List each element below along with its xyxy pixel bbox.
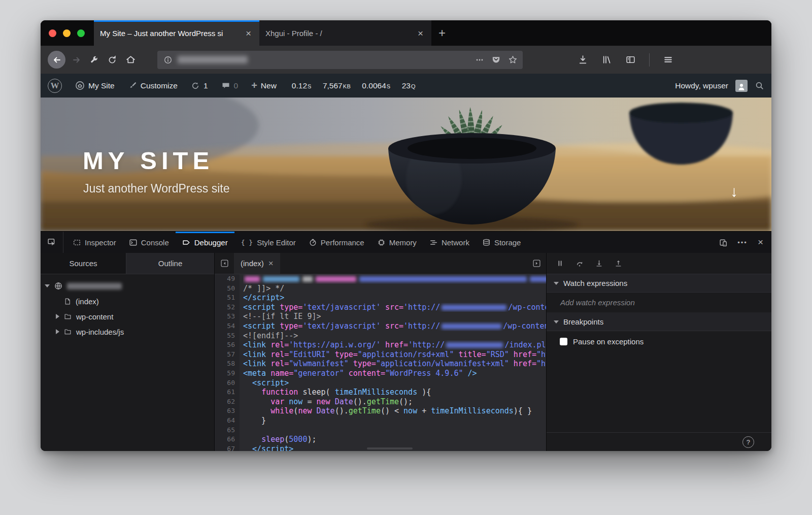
tree-item-wp-includes-js[interactable]: wp-includes/js [41, 324, 214, 339]
page-actions-icon[interactable] [475, 55, 484, 65]
devtools-tab-storage[interactable]: Storage [476, 232, 528, 253]
tab-outline[interactable]: Outline [126, 253, 214, 274]
pocket-icon[interactable] [491, 55, 501, 65]
line-number[interactable]: 55 [215, 331, 240, 341]
qm-stat[interactable]: 7,567KB [323, 81, 351, 90]
devtools-close-icon[interactable]: × [758, 237, 763, 248]
code-line-49[interactable]: 49 [215, 274, 546, 284]
line-number[interactable]: 56 [215, 340, 240, 350]
line-number[interactable]: 52 [215, 303, 240, 312]
line-number[interactable]: 50 [215, 284, 240, 294]
zoom-window-button[interactable] [77, 29, 85, 37]
page-tools-icon[interactable] [89, 55, 99, 65]
reload-button[interactable] [107, 55, 117, 65]
line-number[interactable]: 67 [215, 444, 240, 451]
sidebar-toggle-icon[interactable] [625, 54, 636, 65]
tree-item-wp-content[interactable]: wp-content [41, 309, 214, 324]
code-line-56[interactable]: 56<link rel='https://api.w.org/' href='h… [215, 340, 546, 350]
collapse-left-pane-icon[interactable] [215, 253, 234, 274]
watch-expressions-header[interactable]: Watch expressions [547, 274, 771, 293]
devtools-tab-network[interactable]: Network [423, 232, 476, 253]
help-icon[interactable]: ? [742, 436, 754, 448]
close-window-button[interactable] [49, 29, 56, 37]
step-over-icon[interactable] [576, 260, 583, 267]
pick-element-icon[interactable] [41, 232, 63, 253]
devtools-menu-icon[interactable]: ••• [737, 239, 748, 246]
line-number[interactable]: 62 [215, 397, 240, 407]
library-icon[interactable] [601, 54, 612, 65]
avatar[interactable] [735, 80, 748, 92]
devtools-tab-inspector[interactable]: Inspector [66, 232, 123, 253]
code-line-55[interactable]: 55<![endif]--> [215, 331, 546, 341]
line-number[interactable]: 63 [215, 406, 240, 416]
minimize-window-button[interactable] [63, 29, 71, 37]
breakpoints-header[interactable]: Breakpoints [547, 313, 771, 331]
code-line-65[interactable]: 65 [215, 426, 546, 435]
line-number[interactable]: 66 [215, 435, 240, 444]
admin-new[interactable]: + New [251, 80, 277, 91]
wp-logo-menu[interactable]: W [48, 79, 62, 93]
back-button[interactable] [48, 51, 65, 69]
pause-on-exceptions-row[interactable]: Pause on exceptions [547, 331, 771, 352]
admin-my-site[interactable]: My Site [75, 81, 115, 90]
code-line-66[interactable]: 66 sleep(5000); [215, 435, 546, 444]
editor-tab-index[interactable]: (index) × [234, 253, 280, 274]
line-number[interactable]: 53 [215, 312, 240, 321]
add-watch-expression-input[interactable]: Add watch expression [547, 293, 771, 313]
line-number[interactable]: 65 [215, 426, 240, 435]
code-line-58[interactable]: 58<link rel="wlwmanifest" type="applicat… [215, 359, 546, 369]
bookmark-star-icon[interactable] [508, 55, 518, 65]
code-line-60[interactable]: 60 <script> [215, 378, 546, 388]
responsive-design-mode-icon[interactable] [720, 239, 727, 246]
tree-item-index[interactable]: (index) [41, 294, 214, 309]
pause-icon[interactable] [557, 260, 563, 267]
code-line-61[interactable]: 61 function sleep( timeInMilliseconds ){ [215, 388, 546, 397]
code-line-53[interactable]: 53<!--[if lt IE 9]> [215, 312, 546, 321]
devtools-tab-console[interactable]: Console [123, 232, 176, 253]
step-out-icon[interactable] [615, 260, 622, 267]
line-number[interactable]: 60 [215, 378, 240, 388]
line-number[interactable]: 59 [215, 369, 240, 378]
line-number[interactable]: 54 [215, 321, 240, 331]
chevron-right-icon[interactable] [56, 314, 59, 319]
code-line-54[interactable]: 54<script type='text/javascript' src='ht… [215, 321, 546, 331]
site-info-icon[interactable] [163, 55, 173, 65]
line-number[interactable]: 61 [215, 388, 240, 397]
tree-item-root[interactable] [41, 278, 214, 294]
howdy-label[interactable]: Howdy, wpuser [675, 81, 728, 90]
code-line-57[interactable]: 57<link rel="EditURI" type="application/… [215, 350, 546, 360]
line-number[interactable]: 64 [215, 416, 240, 426]
tab-sources[interactable]: Sources [41, 253, 126, 274]
chevron-down-icon[interactable] [45, 284, 50, 287]
code-line-51[interactable]: 51</script> [215, 293, 546, 303]
new-tab-button[interactable]: + [432, 20, 452, 46]
code-line-62[interactable]: 62 var now = new Date().getTime(); [215, 397, 546, 407]
line-number[interactable]: 58 [215, 359, 240, 369]
admin-search-icon[interactable] [755, 81, 764, 90]
browser-tab-mysite[interactable]: My Site – Just another WordPress si × [94, 20, 259, 46]
home-button[interactable] [125, 54, 136, 65]
expand-right-pane-icon[interactable] [527, 253, 546, 274]
step-in-icon[interactable] [596, 260, 602, 267]
code-line-50[interactable]: 50/* ]]> */ [215, 284, 546, 294]
qm-stat[interactable]: 0.0064S [362, 81, 390, 90]
tab-close-icon[interactable]: × [244, 27, 253, 39]
line-number[interactable]: 51 [215, 293, 240, 303]
browser-tab-xhgui[interactable]: Xhgui - Profile - / × [259, 20, 432, 46]
url-bar[interactable] [157, 51, 523, 69]
editor-tab-close-icon[interactable]: × [268, 259, 274, 269]
chevron-right-icon[interactable] [56, 329, 59, 334]
qm-stat[interactable]: 0.12S [292, 81, 312, 90]
qm-stat[interactable]: 23Q [402, 81, 416, 90]
code-line-52[interactable]: 52<script type='text/javascript' src='ht… [215, 303, 546, 312]
tab-close-icon[interactable]: × [416, 27, 425, 39]
line-number[interactable]: 57 [215, 350, 240, 360]
menu-hamburger-icon[interactable] [663, 54, 673, 65]
devtools-tab-debugger[interactable]: Debugger [176, 232, 234, 253]
devtools-tab-style-editor[interactable]: { }Style Editor [234, 232, 302, 253]
admin-comments[interactable]: 0 [221, 81, 239, 90]
line-number[interactable]: 49 [215, 274, 240, 284]
code-line-63[interactable]: 63 while(new Date().getTime() < now + ti… [215, 406, 546, 416]
site-title[interactable]: MY SITE [83, 146, 214, 175]
code-line-64[interactable]: 64 } [215, 416, 546, 426]
